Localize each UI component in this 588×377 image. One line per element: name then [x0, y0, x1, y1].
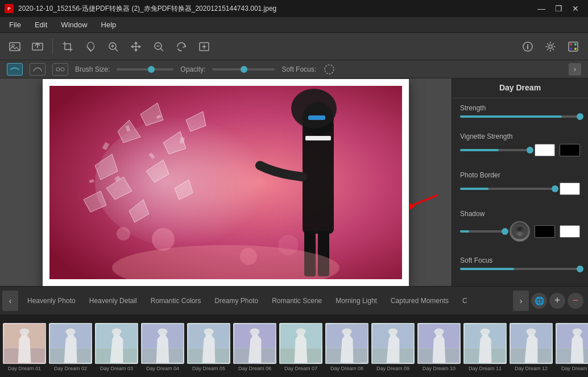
zoom-in-tool-button[interactable] — [103, 36, 123, 57]
filmstrip-item-12[interactable]: Day Dream 12 — [509, 323, 553, 371]
tab-captured-moments[interactable]: Captured Moments — [384, 295, 456, 307]
move-tool-button[interactable] — [126, 36, 146, 57]
svg-marker-112 — [479, 334, 492, 362]
toolbar-sep-1 — [52, 39, 53, 55]
tabs-globe-button[interactable]: 🌐 — [531, 293, 547, 309]
shadow-slider[interactable] — [460, 230, 505, 233]
window-title: 2020-12-10_152156-迅捷PDF转换器 (2)_赤兔PDF转换器_… — [18, 4, 529, 14]
filmstrip-item-6[interactable]: Day Dream 06 — [233, 323, 277, 371]
strength-row — [460, 115, 580, 118]
soft-focus-label: Soft Focus: — [281, 65, 316, 73]
strength-section: Strength — [452, 98, 588, 127]
filmstrip-item-7[interactable]: Day Dream 07 — [279, 323, 323, 371]
filmstrip-item-1[interactable]: Day Dream 01 — [2, 323, 47, 371]
svg-point-12 — [574, 48, 577, 50]
svg-marker-88 — [295, 334, 308, 362]
canvas-area — [0, 78, 452, 286]
vignette-swatch-white[interactable] — [535, 144, 555, 156]
svg-marker-124 — [571, 334, 584, 362]
tab-romantic-scene[interactable]: Romantic Scene — [265, 295, 329, 307]
crop-tool-button[interactable] — [57, 36, 78, 57]
expand-arrow-button[interactable]: › — [569, 63, 581, 76]
rotate-tool-button[interactable] — [171, 36, 192, 57]
svg-point-10 — [574, 43, 577, 45]
menu-window[interactable]: Window — [54, 18, 94, 31]
film-label-9: Day Dream 09 — [376, 366, 409, 371]
soft-focus-row — [460, 268, 580, 270]
feather-tool-button[interactable] — [80, 36, 101, 57]
strength-slider[interactable] — [460, 115, 580, 118]
svg-point-126 — [572, 328, 582, 334]
svg-point-14 — [61, 68, 64, 71]
title-bar: P 2020-12-10_152156-迅捷PDF转换器 (2)_赤兔PDF转换… — [0, 0, 588, 17]
brush-type-1[interactable] — [7, 63, 23, 76]
zoom-out-tool-button[interactable] — [148, 36, 169, 57]
menu-edit[interactable]: Edit — [28, 18, 54, 31]
svg-rect-38 — [308, 115, 325, 120]
film-label-5: Day Dream 05 — [192, 366, 225, 371]
photo-border-label: Photo Border — [460, 171, 580, 179]
brush-type-2[interactable] — [30, 63, 45, 76]
filmstrip-item-11[interactable]: Day Dream 11 — [463, 323, 507, 371]
svg-marker-76 — [202, 334, 216, 362]
upload-tool-button[interactable] — [27, 36, 48, 57]
svg-point-46 — [117, 227, 130, 241]
settings-tool-button[interactable] — [540, 36, 561, 57]
border-swatch-white[interactable] — [560, 183, 580, 195]
tabs-scroll-left[interactable]: ‹ — [2, 291, 18, 311]
app-icon: P — [5, 4, 14, 13]
opacity-slider[interactable] — [212, 68, 275, 71]
photo-border-row — [460, 183, 580, 195]
filmstrip-item-10[interactable]: Day Dream 10 — [417, 323, 461, 371]
filmstrip-item-4[interactable]: Day Dream 04 — [140, 323, 185, 371]
brush-size-slider[interactable] — [117, 68, 173, 71]
tab-heavenly-photo[interactable]: Heavenly Photo — [20, 295, 82, 307]
red-arrow-indicator — [404, 189, 449, 212]
filmstrip-item-5[interactable]: Day Dream 05 — [187, 323, 231, 371]
effects-tool-button[interactable] — [563, 36, 583, 57]
tabs-scroll-right[interactable]: › — [513, 291, 529, 311]
image-tool-button[interactable] — [5, 36, 25, 57]
export-tool-button[interactable] — [194, 36, 214, 57]
menu-bar: File Edit Window Help — [0, 17, 588, 33]
shadow-swatch-white[interactable] — [560, 225, 580, 238]
film-label-2: Day Dream 02 — [54, 366, 87, 371]
sub-toolbar: Brush Size: Opacity: Soft Focus: › — [0, 60, 588, 78]
tab-heavenly-detail[interactable]: Heavenly Detail — [82, 295, 144, 307]
svg-point-96 — [342, 328, 351, 334]
svg-point-44 — [240, 248, 257, 265]
filmstrip-item-9[interactable]: Day Dream 09 — [371, 323, 415, 371]
circle-inner — [512, 223, 528, 239]
filmstrip-item-13[interactable]: Day Dream % — [555, 323, 588, 371]
minimize-button[interactable]: — — [533, 2, 549, 15]
filmstrip-item-8[interactable]: Day Dream 08 — [325, 323, 369, 371]
svg-point-54 — [19, 328, 29, 334]
close-button[interactable]: ✕ — [568, 2, 583, 15]
vignette-slider[interactable] — [460, 149, 530, 151]
svg-point-7 — [549, 45, 552, 48]
strength-label: Strength — [460, 104, 580, 112]
tab-c[interactable]: C — [456, 295, 474, 307]
tabs-add-button[interactable]: + — [549, 293, 565, 309]
filmstrip-item-2[interactable]: Day Dream 02 — [48, 323, 93, 371]
menu-file[interactable]: File — [2, 18, 28, 31]
shadow-section: Shadow — [452, 204, 588, 251]
shadow-circle-picker[interactable] — [510, 221, 530, 242]
tab-dreamy-photo[interactable]: Dreamy Photo — [208, 295, 265, 307]
soft-focus-slider[interactable] — [460, 268, 580, 270]
svg-point-37 — [291, 89, 337, 129]
main-image — [49, 86, 402, 279]
brush-type-3[interactable] — [52, 63, 68, 76]
tab-romantic-colors[interactable]: Romantic Colors — [144, 295, 208, 307]
photo-border-slider[interactable] — [460, 188, 555, 190]
info-tool-button[interactable] — [517, 36, 538, 57]
svg-point-90 — [296, 328, 305, 334]
menu-help[interactable]: Help — [94, 18, 123, 31]
tab-morning-light[interactable]: Morning Light — [329, 295, 384, 307]
tabs-remove-button[interactable]: − — [568, 293, 583, 309]
shadow-swatch-black[interactable] — [535, 225, 555, 238]
maximize-button[interactable]: ❐ — [550, 2, 566, 15]
filmstrip-item-3[interactable]: Day Dream 03 — [94, 323, 139, 371]
brush-size-label: Brush Size: — [75, 65, 110, 73]
vignette-swatch-black[interactable] — [560, 144, 580, 156]
